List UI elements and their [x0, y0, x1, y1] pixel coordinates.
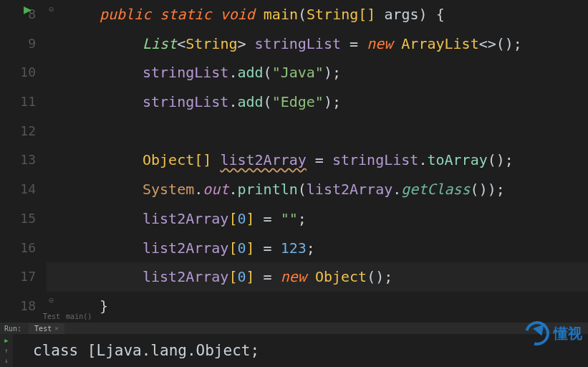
- rerun-icon[interactable]: ▶: [4, 337, 8, 344]
- run-label: Run:: [0, 323, 26, 334]
- watermark-logo-icon: [525, 321, 549, 345]
- code-area[interactable]: public static void main(String[] args) {…: [43, 0, 588, 321]
- breadcrumb[interactable]: Test main(): [43, 313, 92, 320]
- breadcrumb-item[interactable]: main(): [66, 313, 92, 320]
- run-tab[interactable]: Test ×: [29, 323, 64, 334]
- code-line[interactable]: System.out.println(list2Array.getClass()…: [47, 175, 588, 204]
- code-line[interactable]: [47, 117, 588, 146]
- code-line[interactable]: list2Array[0] = new Object();: [47, 262, 588, 292]
- watermark-text: 懂视: [554, 324, 582, 343]
- breadcrumb-item[interactable]: Test: [43, 313, 60, 320]
- code-line[interactable]: List<String> stringList = new ArrayList<…: [47, 29, 588, 59]
- down-icon[interactable]: ↓: [4, 357, 8, 364]
- code-line[interactable]: stringList.add("Edge");: [47, 87, 588, 117]
- code-line[interactable]: list2Array[0] = "";: [47, 204, 588, 234]
- gutter-icons: ▶ ⊖ ⊖: [19, 0, 43, 321]
- console-output[interactable]: class [Ljava.lang.Object;: [16, 334, 259, 367]
- run-gutter-icon[interactable]: ▶: [24, 1, 32, 16]
- code-line[interactable]: Object[] list2Array = stringList.toArray…: [47, 146, 588, 175]
- code-line[interactable]: }: [47, 292, 588, 321]
- code-editor[interactable]: 8 9 10 11 12 13 14 15 16 17 18 ▶ ⊖ ⊖ pub…: [0, 0, 588, 321]
- code-line[interactable]: list2Array[0] = 123;: [47, 234, 588, 263]
- watermark: 懂视: [525, 321, 582, 345]
- code-line[interactable]: public static void main(String[] args) {: [47, 0, 588, 29]
- run-tab-label: Test: [34, 325, 52, 333]
- up-icon[interactable]: ↑: [4, 347, 8, 354]
- run-toolbar: ▶ ↑ ↓: [0, 334, 13, 367]
- code-line[interactable]: stringList.add("Java");: [47, 58, 588, 87]
- console-line: class [Ljava.lang.Object;: [33, 342, 259, 359]
- run-tool-window-header: Run: Test ×: [0, 323, 588, 334]
- close-icon[interactable]: ×: [54, 325, 58, 332]
